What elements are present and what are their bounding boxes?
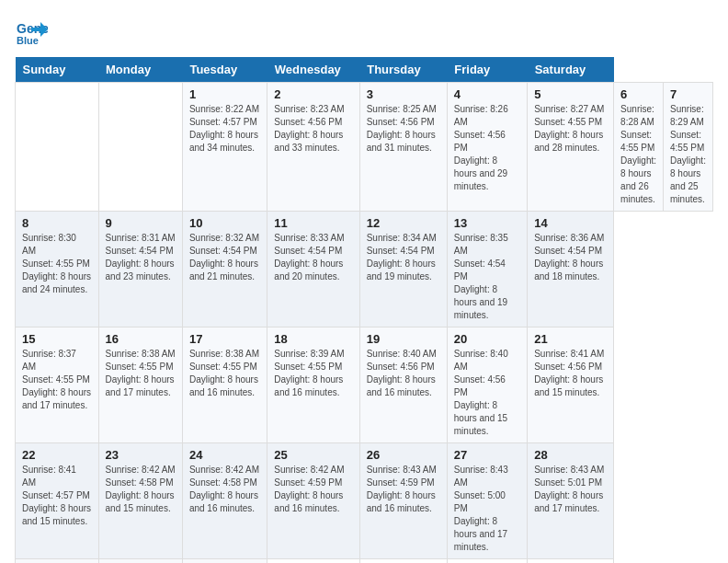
week-row-3: 15 Sunrise: 8:37 AMSunset: 4:55 PMDaylig…	[16, 327, 713, 443]
day-number: 14	[534, 216, 607, 230]
day-cell-23: 23 Sunrise: 8:42 AMSunset: 4:58 PMDaylig…	[98, 443, 182, 559]
day-cell-8: 8 Sunrise: 8:30 AMSunset: 4:55 PMDayligh…	[16, 212, 99, 327]
day-number: 12	[367, 216, 440, 230]
empty-cell	[267, 559, 359, 564]
day-cell-28: 28 Sunrise: 8:43 AMSunset: 5:01 PMDaylig…	[528, 443, 614, 559]
day-number: 16	[106, 332, 176, 346]
day-detail: Sunrise: 8:42 AMSunset: 4:59 PMDaylight:…	[274, 464, 352, 515]
day-cell-12: 12 Sunrise: 8:34 AMSunset: 4:54 PMDaylig…	[359, 212, 447, 327]
day-cell-11: 11 Sunrise: 8:33 AMSunset: 4:54 PMDaylig…	[267, 212, 359, 327]
day-cell-26: 26 Sunrise: 8:43 AMSunset: 4:59 PMDaylig…	[359, 443, 447, 559]
empty-cell	[447, 559, 527, 564]
day-number: 1	[189, 87, 260, 101]
day-cell-9: 9 Sunrise: 8:31 AMSunset: 4:54 PMDayligh…	[98, 212, 182, 327]
logo-icon: General Blue	[15, 15, 48, 48]
day-cell-6: 6 Sunrise: 8:28 AMSunset: 4:55 PMDayligh…	[614, 83, 664, 212]
day-detail: Sunrise: 8:41 AMSunset: 4:57 PMDaylight:…	[22, 464, 92, 528]
day-cell-29: 29 Sunrise: 8:43 AMSunset: 5:02 PMDaylig…	[16, 559, 99, 564]
day-number: 3	[367, 87, 440, 101]
day-detail: Sunrise: 8:41 AMSunset: 4:56 PMDaylight:…	[534, 348, 607, 399]
day-detail: Sunrise: 8:30 AMSunset: 4:55 PMDaylight:…	[22, 232, 92, 296]
day-cell-31: 31 Sunrise: 8:43 AMSunset: 5:04 PMDaylig…	[182, 559, 267, 564]
day-number: 20	[454, 332, 520, 346]
day-cell-3: 3 Sunrise: 8:25 AMSunset: 4:56 PMDayligh…	[359, 83, 447, 212]
day-number: 13	[454, 216, 520, 230]
day-detail: Sunrise: 8:43 AMSunset: 5:00 PMDaylight:…	[454, 464, 520, 554]
day-number: 28	[534, 448, 607, 462]
day-cell-13: 13 Sunrise: 8:35 AMSunset: 4:54 PMDaylig…	[447, 212, 527, 327]
day-number: 26	[367, 448, 440, 462]
day-number: 8	[22, 216, 92, 230]
day-cell-21: 21 Sunrise: 8:41 AMSunset: 4:56 PMDaylig…	[528, 327, 614, 443]
empty-cell	[359, 559, 447, 564]
day-number: 11	[274, 216, 352, 230]
day-cell-22: 22 Sunrise: 8:41 AMSunset: 4:57 PMDaylig…	[16, 443, 99, 559]
empty-cell	[528, 559, 614, 564]
day-header-wednesday: Wednesday	[267, 57, 359, 83]
week-row-5: 29 Sunrise: 8:43 AMSunset: 5:02 PMDaylig…	[16, 559, 713, 564]
day-detail: Sunrise: 8:29 AMSunset: 4:55 PMDaylight:…	[670, 103, 706, 206]
day-detail: Sunrise: 8:42 AMSunset: 4:58 PMDaylight:…	[106, 464, 176, 515]
logo: General Blue	[15, 15, 51, 48]
day-header-friday: Friday	[447, 57, 527, 83]
day-detail: Sunrise: 8:42 AMSunset: 4:58 PMDaylight:…	[189, 464, 260, 515]
day-cell-24: 24 Sunrise: 8:42 AMSunset: 4:58 PMDaylig…	[182, 443, 267, 559]
day-cell-10: 10 Sunrise: 8:32 AMSunset: 4:54 PMDaylig…	[182, 212, 267, 327]
day-cell-30: 30 Sunrise: 8:43 AMSunset: 5:03 PMDaylig…	[98, 559, 182, 564]
day-cell-5: 5 Sunrise: 8:27 AMSunset: 4:55 PMDayligh…	[528, 83, 614, 212]
day-detail: Sunrise: 8:38 AMSunset: 4:55 PMDaylight:…	[106, 348, 176, 399]
empty-cell	[98, 83, 182, 212]
day-cell-14: 14 Sunrise: 8:36 AMSunset: 4:54 PMDaylig…	[528, 212, 614, 327]
day-cell-27: 27 Sunrise: 8:43 AMSunset: 5:00 PMDaylig…	[447, 443, 527, 559]
day-number: 22	[22, 448, 92, 462]
day-detail: Sunrise: 8:27 AMSunset: 4:55 PMDaylight:…	[534, 103, 607, 155]
day-detail: Sunrise: 8:32 AMSunset: 4:54 PMDaylight:…	[189, 232, 260, 283]
day-detail: Sunrise: 8:22 AMSunset: 4:57 PMDaylight:…	[189, 103, 260, 155]
day-detail: Sunrise: 8:38 AMSunset: 4:55 PMDaylight:…	[189, 348, 260, 399]
day-detail: Sunrise: 8:28 AMSunset: 4:55 PMDaylight:…	[620, 103, 656, 206]
day-detail: Sunrise: 8:40 AMSunset: 4:56 PMDaylight:…	[367, 348, 440, 399]
week-row-4: 22 Sunrise: 8:41 AMSunset: 4:57 PMDaylig…	[16, 443, 713, 559]
day-detail: Sunrise: 8:39 AMSunset: 4:55 PMDaylight:…	[274, 348, 352, 399]
day-detail: Sunrise: 8:36 AMSunset: 4:54 PMDaylight:…	[534, 232, 607, 283]
day-cell-20: 20 Sunrise: 8:40 AMSunset: 4:56 PMDaylig…	[447, 327, 527, 443]
day-cell-15: 15 Sunrise: 8:37 AMSunset: 4:55 PMDaylig…	[16, 327, 99, 443]
day-number: 2	[274, 87, 352, 101]
day-cell-1: 1 Sunrise: 8:22 AMSunset: 4:57 PMDayligh…	[182, 83, 267, 212]
day-number: 4	[454, 87, 520, 101]
calendar-table: SundayMondayTuesdayWednesdayThursdayFrid…	[15, 57, 713, 563]
day-number: 9	[106, 216, 176, 230]
day-cell-25: 25 Sunrise: 8:42 AMSunset: 4:59 PMDaylig…	[267, 443, 359, 559]
day-number: 17	[189, 332, 260, 346]
day-cell-17: 17 Sunrise: 8:38 AMSunset: 4:55 PMDaylig…	[182, 327, 267, 443]
day-detail: Sunrise: 8:25 AMSunset: 4:56 PMDaylight:…	[367, 103, 440, 155]
day-detail: Sunrise: 8:34 AMSunset: 4:54 PMDaylight:…	[367, 232, 440, 283]
day-cell-16: 16 Sunrise: 8:38 AMSunset: 4:55 PMDaylig…	[98, 327, 182, 443]
day-header-monday: Monday	[98, 57, 182, 83]
header-row: SundayMondayTuesdayWednesdayThursdayFrid…	[16, 57, 713, 83]
day-cell-2: 2 Sunrise: 8:23 AMSunset: 4:56 PMDayligh…	[267, 83, 359, 212]
day-number: 27	[454, 448, 520, 462]
day-detail: Sunrise: 8:31 AMSunset: 4:54 PMDaylight:…	[106, 232, 176, 283]
day-number: 15	[22, 332, 92, 346]
day-detail: Sunrise: 8:40 AMSunset: 4:56 PMDaylight:…	[454, 348, 520, 438]
day-header-thursday: Thursday	[359, 57, 447, 83]
day-number: 18	[274, 332, 352, 346]
day-header-tuesday: Tuesday	[182, 57, 267, 83]
day-detail: Sunrise: 8:43 AMSunset: 4:59 PMDaylight:…	[367, 464, 440, 515]
day-number: 10	[189, 216, 260, 230]
day-number: 6	[620, 87, 656, 101]
day-number: 7	[670, 87, 706, 101]
day-header-saturday: Saturday	[528, 57, 614, 83]
empty-cell	[16, 83, 99, 212]
day-cell-7: 7 Sunrise: 8:29 AMSunset: 4:55 PMDayligh…	[664, 83, 713, 212]
day-number: 19	[367, 332, 440, 346]
day-detail: Sunrise: 8:23 AMSunset: 4:56 PMDaylight:…	[274, 103, 352, 155]
day-number: 25	[274, 448, 352, 462]
day-detail: Sunrise: 8:37 AMSunset: 4:55 PMDaylight:…	[22, 348, 92, 412]
day-number: 23	[106, 448, 176, 462]
day-detail: Sunrise: 8:33 AMSunset: 4:54 PMDaylight:…	[274, 232, 352, 283]
day-detail: Sunrise: 8:35 AMSunset: 4:54 PMDaylight:…	[454, 232, 520, 322]
day-header-sunday: Sunday	[16, 57, 99, 83]
week-row-2: 8 Sunrise: 8:30 AMSunset: 4:55 PMDayligh…	[16, 212, 713, 327]
